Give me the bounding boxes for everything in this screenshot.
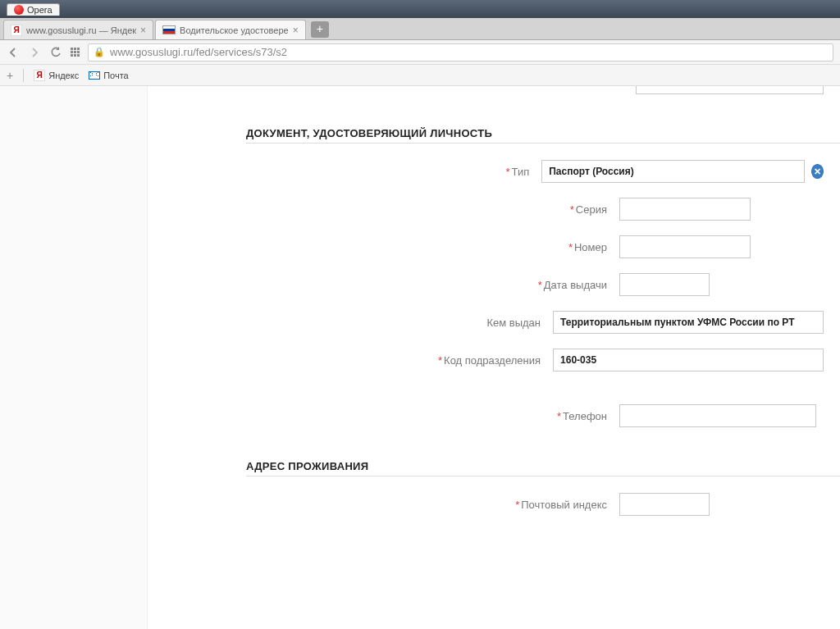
label-series: *Серия — [164, 203, 619, 216]
label-postcode: *Почтовый индекс — [164, 499, 619, 511]
bookmark-yandex[interactable]: Я Яндекс — [34, 70, 79, 81]
section-rule — [246, 143, 840, 144]
new-tab-button[interactable]: + — [311, 21, 329, 38]
apps-button[interactable] — [71, 48, 80, 57]
label-phone: *Телефон — [164, 410, 619, 422]
input-type[interactable] — [541, 160, 805, 183]
address-bar: 🔒 www.gosuslugi.ru/fed/services/s73/s2 — [0, 40, 840, 65]
close-icon[interactable]: × — [140, 25, 146, 36]
input-phone[interactable] — [619, 404, 816, 427]
back-button[interactable] — [7, 46, 20, 59]
tab-strip: Я www.gosuslugi.ru — Яндек × Водительско… — [0, 18, 840, 40]
row-dept-code: *Код подразделения — [164, 349, 824, 371]
tab-title: Водительское удостовере — [180, 25, 289, 35]
partial-input[interactable] — [636, 86, 824, 94]
label-issue-date: *Дата выдачи — [164, 279, 619, 291]
app-name: Opera — [27, 5, 52, 15]
input-postcode[interactable] — [619, 493, 710, 516]
row-issue-date: *Дата выдачи — [164, 273, 824, 296]
url-field[interactable]: 🔒 www.gosuslugi.ru/fed/services/s73/s2 — [88, 43, 833, 62]
input-number[interactable] — [619, 235, 751, 258]
input-series[interactable] — [619, 198, 751, 221]
app-tab: Opera — [7, 3, 60, 16]
clear-button[interactable]: ✕ — [811, 164, 824, 179]
section-title-address: АДРЕС ПРОЖИВАНИЯ — [246, 460, 824, 472]
label-dept-code: *Код подразделения — [164, 354, 553, 367]
label-issued-by: Кем выдан — [164, 317, 553, 329]
page-content: ДОКУМЕНТ, УДОСТОВЕРЯЮЩИЙ ЛИЧНОСТЬ *Тип ✕… — [0, 86, 840, 629]
tab-title: www.gosuslugi.ru — Яндек — [26, 25, 136, 35]
row-number: *Номер — [164, 235, 824, 258]
section-title-document: ДОКУМЕНТ, УДОСТОВЕРЯЮЩИЙ ЛИЧНОСТЬ — [246, 127, 824, 139]
row-issued-by: Кем выдан — [164, 311, 824, 334]
mail-icon — [89, 71, 100, 80]
row-type: *Тип ✕ — [164, 160, 824, 183]
label-type: *Тип — [164, 166, 541, 178]
bookmark-label: Яндекс — [48, 71, 79, 80]
bookmark-label: Почта — [103, 71, 129, 80]
bookmark-mail[interactable]: Почта — [89, 71, 129, 80]
opera-logo-icon — [14, 5, 24, 15]
sidebar — [0, 86, 148, 629]
partial-field-row — [164, 86, 824, 94]
input-issued-by[interactable] — [553, 311, 824, 334]
input-dept-code[interactable] — [553, 349, 824, 371]
bookmark-bar: + Я Яндекс Почта — [0, 65, 840, 86]
divider — [23, 69, 24, 82]
forward-button[interactable] — [28, 46, 41, 59]
input-issue-date[interactable] — [619, 273, 710, 296]
add-bookmark-button[interactable]: + — [7, 69, 13, 82]
row-phone: *Телефон — [164, 404, 824, 427]
main-form: ДОКУМЕНТ, УДОСТОВЕРЯЮЩИЙ ЛИЧНОСТЬ *Тип ✕… — [148, 86, 840, 629]
yandex-icon: Я — [11, 25, 22, 36]
window-titlebar: Opera — [0, 0, 840, 18]
yandex-icon: Я — [34, 70, 45, 81]
url-text: www.gosuslugi.ru/fed/services/s73/s2 — [110, 46, 828, 58]
section-rule — [246, 476, 840, 476]
close-icon[interactable]: × — [293, 25, 299, 36]
reload-button[interactable] — [49, 46, 62, 59]
browser-tab-2[interactable]: Водительское удостовере × — [155, 20, 306, 39]
lock-icon: 🔒 — [94, 47, 105, 57]
row-postcode: *Почтовый индекс — [164, 493, 824, 516]
russia-flag-icon — [162, 25, 176, 34]
label-number: *Номер — [164, 241, 619, 253]
browser-tab-1[interactable]: Я www.gosuslugi.ru — Яндек × — [3, 20, 153, 39]
row-series: *Серия — [164, 198, 824, 221]
